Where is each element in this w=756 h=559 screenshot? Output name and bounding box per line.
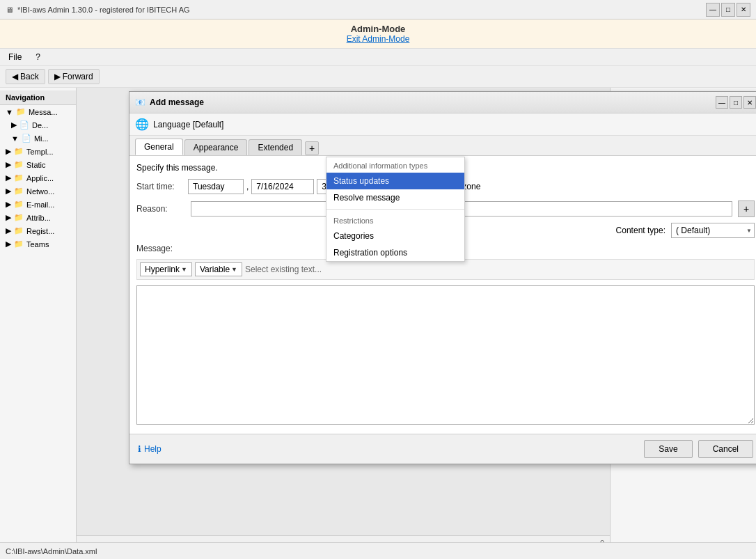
sidebar-item-applic[interactable]: ▶ 📁 Applic... [0,171,76,184]
sidebar-icon-attrib: 📁 [14,213,24,222]
message-label: Message: [136,244,185,253]
back-label: Back [20,72,39,81]
variable-label: Variable [200,265,230,274]
dropdown-section-additional: Additional information types [326,157,464,173]
sidebar-label-attrib: Attrib... [26,214,51,222]
hyperlink-caret-icon: ▼ [181,266,187,273]
expand-icon-attrib: ▶ [6,213,11,222]
toolbar: ◀ Back ▶ Forward [0,66,756,88]
sidebar-item-messages[interactable]: ▼ 📁 Messa... [0,105,76,118]
dialog-controls: — □ ✕ [716,96,756,109]
add-tab-button[interactable]: + [305,141,319,155]
sidebar-icon-applic: 📁 [14,173,24,182]
help-label: Help [144,444,162,454]
hyperlink-dropdown[interactable]: Hyperlink ▼ [140,262,192,276]
tab-general[interactable]: General [135,139,183,155]
menu-file[interactable]: File [6,51,24,63]
sidebar-icon-email: 📁 [14,200,24,209]
navigation-header: Navigation [0,90,76,105]
sidebar-label-teams: Teams [26,240,49,249]
help-icon: ℹ [138,444,141,454]
message-toolbar-row: Hyperlink ▼ Variable ▼ Select existing t… [136,259,755,280]
sidebar-label-static: Static [26,161,46,169]
sidebar-label-regist: Regist... [26,227,54,235]
sidebar-item-de[interactable]: ▶ 📄 De... [0,118,76,132]
reason-add-button[interactable]: + [738,200,755,217]
content-type-label: Content type: [616,226,666,235]
sidebar: Navigation ▼ 📁 Messa... ▶ 📄 De... ▼ 📄 Mi… [0,88,77,549]
globe-icon: 🌐 [135,118,149,131]
maximize-button[interactable]: □ [721,3,735,17]
sidebar-label-email: E-mail... [26,200,54,209]
admin-banner: Admin-Mode Exit Admin-Mode [0,19,756,49]
sidebar-item-teams[interactable]: ▶ 📁 Teams [0,237,76,251]
app-title: *IBI-aws Admin 1.30.0 - registered for I… [17,6,190,14]
dialog-footer: ℹ Help Save Cancel [129,434,756,464]
cancel-button[interactable]: Cancel [698,440,753,458]
message-textarea[interactable] [136,285,755,425]
sidebar-item-static[interactable]: ▶ 📁 Static [0,158,76,171]
sidebar-label-de: De... [32,121,48,129]
status-path: C:\IBI-aws\Admin\Data.xml [6,547,97,556]
status-bar: C:\IBI-aws\Admin\Data.xml [0,542,756,559]
dialog-icon: 📧 [135,97,145,107]
sidebar-icon-network: 📁 [14,187,24,196]
menu-help[interactable]: ? [33,51,43,63]
sidebar-item-attrib[interactable]: ▶ 📁 Attrib... [0,211,76,224]
expand-icon-mi: ▼ [11,134,19,143]
add-message-dialog: 📧 Add message — □ ✕ 🌐 Language [Default]… [129,91,756,464]
help-button[interactable]: ℹ Help [138,444,162,454]
sidebar-item-mi[interactable]: ▼ 📄 Mi... [0,132,76,145]
menu-bar: File ? [0,49,756,66]
expand-icon-email: ▶ [6,200,11,209]
hyperlink-label: Hyperlink [145,265,180,274]
title-bar: 🖥 *IBI-aws Admin 1.30.0 - registered for… [0,0,756,19]
sidebar-label-applic: Applic... [26,174,54,182]
main-layout: Navigation ▼ 📁 Messa... ▶ 📄 De... ▼ 📄 Mi… [0,88,756,549]
dropdown-item-categories[interactable]: Categories [326,228,464,244]
start-date-weekday-input[interactable] [188,179,244,194]
sidebar-icon-de: 📄 [19,120,29,129]
expand-icon-applic: ▶ [6,173,11,182]
sidebar-item-network[interactable]: ▶ 📁 Netwo... [0,184,76,198]
variable-dropdown[interactable]: Variable ▼ [195,262,242,276]
date-sep: , [246,182,249,191]
sidebar-label-mi: Mi... [34,134,49,143]
start-date-input[interactable] [251,179,314,194]
sidebar-icon-static: 📁 [14,160,24,169]
dialog-maximize-button[interactable]: □ [730,96,742,109]
close-button[interactable]: ✕ [737,3,750,17]
dropdown-item-status-updates[interactable]: Status updates [326,173,464,189]
sidebar-label-network: Netwo... [26,187,54,196]
expand-icon-regist: ▶ [6,226,11,235]
forward-button[interactable]: ▶ Forward [48,69,100,84]
save-button[interactable]: Save [644,440,692,458]
sidebar-label-messages: Messa... [29,108,58,116]
reason-label: Reason: [136,204,185,214]
dialog-minimize-button[interactable]: — [716,96,728,109]
language-bar: 🌐 Language [Default] [129,113,756,136]
back-button[interactable]: ◀ Back [6,69,45,84]
sidebar-icon-messages: 📁 [16,107,26,116]
sidebar-item-regist[interactable]: ▶ 📁 Regist... [0,224,76,237]
specify-label: Specify this message. [136,163,218,173]
sidebar-icon-templ: 📁 [14,147,24,156]
expand-icon-de: ▶ [11,120,17,129]
select-existing-label[interactable]: Select existing text... [245,265,322,274]
exit-admin-mode-link[interactable]: Exit Admin-Mode [4,34,752,44]
dropdown-item-resolve-message[interactable]: Resolve message [326,189,464,206]
tab-extended[interactable]: Extended [249,139,302,155]
sidebar-item-email[interactable]: ▶ 📁 E-mail... [0,198,76,211]
dialog-close-button[interactable]: ✕ [743,96,756,109]
content-type-select[interactable]: ( Default) Plain text HTML [671,223,755,238]
minimize-button[interactable]: — [706,3,720,17]
sidebar-item-templates[interactable]: ▶ 📁 Templ... [0,145,76,158]
content-type-select-wrapper: ( Default) Plain text HTML [671,223,755,238]
back-icon: ◀ [12,72,18,81]
sidebar-label-templ: Templ... [26,148,54,156]
language-label: Language [Default] [153,120,223,129]
tab-appearance[interactable]: Appearance [184,139,248,155]
dropdown-item-registration-options[interactable]: Registration options [326,244,464,261]
expand-icon-teams: ▶ [6,239,11,249]
dropdown-menu: Additional information types Status upda… [326,157,465,262]
